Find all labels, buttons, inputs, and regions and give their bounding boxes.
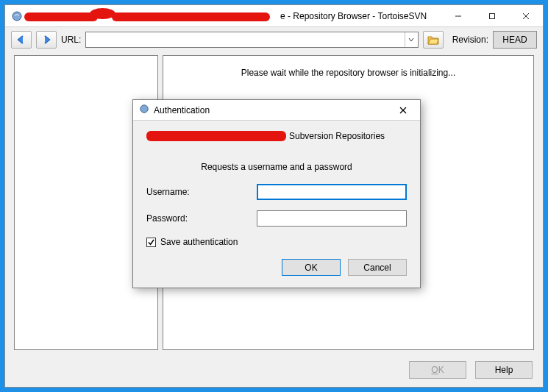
chevron-down-icon[interactable] [405, 32, 418, 47]
app-icon [11, 10, 23, 22]
save-auth-label: Save authentication [160, 237, 238, 247]
button-rest: K [438, 365, 444, 375]
redacted-area [146, 131, 286, 141]
redacted-area [112, 13, 270, 21]
window-controls [441, 5, 543, 26]
url-combo[interactable] [85, 32, 418, 48]
dialog-footer: OK Cancel [133, 259, 420, 288]
request-text: Requests a username and a password [146, 162, 407, 172]
dialog-ok-button[interactable]: OK [282, 259, 341, 276]
password-field[interactable] [257, 210, 407, 227]
password-label: Password: [146, 213, 257, 224]
url-input[interactable] [86, 32, 404, 47]
window-title: e - Repository Browser - TortoiseSVN [280, 11, 427, 21]
redacted-area [24, 13, 98, 21]
server-line: Subversion Repositories [146, 131, 407, 141]
username-label: Username: [146, 187, 257, 197]
dialog-close-button[interactable] [392, 102, 414, 118]
button-label: Help [495, 365, 513, 375]
help-button[interactable]: Help [475, 361, 533, 379]
toolbar: URL: Revision: HEAD [5, 27, 543, 52]
main-ok-button[interactable]: OK [409, 361, 466, 379]
titlebar: e - Repository Browser - TortoiseSVN [5, 5, 543, 27]
url-label: URL: [61, 35, 81, 45]
revision-label: Revision: [452, 35, 488, 45]
dialog-cancel-button[interactable]: Cancel [348, 259, 407, 276]
save-auth-checkbox[interactable] [146, 238, 156, 247]
dialog-title: Authentication [154, 105, 210, 115]
back-button[interactable] [11, 31, 32, 49]
revision-button[interactable]: HEAD [493, 31, 537, 49]
save-auth-row: Save authentication [146, 237, 407, 247]
svg-rect-2 [490, 13, 495, 18]
authentication-dialog: Authentication Subversion Repositories R… [132, 99, 421, 288]
app-icon [139, 104, 149, 116]
status-text: Please wait while the repository browser… [241, 68, 455, 78]
svg-point-0 [13, 12, 21, 21]
dialog-body: Subversion Repositories Requests a usern… [133, 121, 420, 259]
revision-value: HEAD [502, 35, 527, 45]
dialog-titlebar: Authentication [133, 100, 420, 121]
minimize-button[interactable] [441, 5, 475, 26]
button-label: OK [305, 263, 317, 273]
username-field[interactable] [257, 184, 407, 200]
server-suffix: Subversion Repositories [289, 131, 385, 141]
maximize-button[interactable] [475, 5, 509, 26]
svg-point-5 [140, 105, 149, 113]
main-footer: OK Help [5, 353, 543, 387]
forward-button[interactable] [36, 31, 57, 49]
button-mnemonic: O [431, 365, 438, 375]
button-label: Cancel [363, 263, 391, 273]
close-button[interactable] [509, 5, 543, 26]
open-folder-button[interactable] [423, 31, 444, 49]
